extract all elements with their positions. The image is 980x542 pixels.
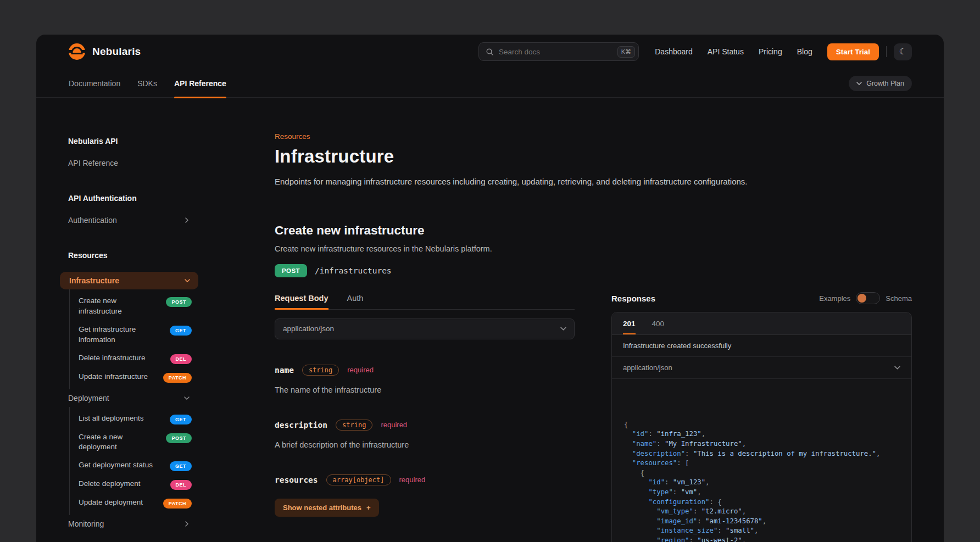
param-type-badge: string xyxy=(336,420,372,431)
request-tabs: Request Body Auth xyxy=(275,294,575,310)
tab-request-body[interactable]: Request Body xyxy=(275,294,328,309)
tab-api-reference[interactable]: API Reference xyxy=(174,69,226,98)
sidebar-item-infrastructure[interactable]: Infrastructure xyxy=(60,272,198,289)
method-badge: POST xyxy=(166,433,192,443)
nav-link[interactable]: Blog xyxy=(797,47,812,56)
page-title: Infrastructure xyxy=(275,146,912,167)
plan-selector[interactable]: Growth Plan xyxy=(849,76,912,91)
status-tab-400[interactable]: 400 xyxy=(652,312,665,334)
code-line: "id": "infra_123", xyxy=(624,429,899,439)
navbar-tabs-row: Documentation SDKs API Reference Growth … xyxy=(36,69,944,98)
sidebar-endpoint-row[interactable]: Get infrastructure information GET xyxy=(79,321,192,349)
show-nested-attributes-button[interactable]: Show nested attributes + xyxy=(275,499,379,517)
response-panel: 201 400 Infrastructure created successfu… xyxy=(611,312,912,542)
nebularis-logo-icon[interactable] xyxy=(69,43,85,60)
button-label: Show nested attributes xyxy=(283,504,361,512)
search-input[interactable] xyxy=(499,48,617,56)
start-trial-button[interactable]: Start Trial xyxy=(827,43,879,60)
method-badge: GET xyxy=(170,461,192,471)
sidebar-endpoint-row[interactable]: Delete deployment DEL xyxy=(79,475,192,494)
deployment-endpoints: List all deployments GET Create a new de… xyxy=(69,407,198,516)
dark-mode-toggle[interactable]: ☾ xyxy=(894,43,912,60)
param-required-badge: required xyxy=(399,476,426,484)
infrastructure-endpoints: Create new infrastructure POST Get infra… xyxy=(69,289,198,389)
plan-label: Growth Plan xyxy=(866,80,904,87)
tab-sdks[interactable]: SDKs xyxy=(137,69,157,98)
endpoint-label: Update deployment xyxy=(79,498,143,508)
responses-header: Responses Examples Schema xyxy=(611,292,912,304)
navbar-links: DashboardAPI StatusPricingBlog xyxy=(655,47,812,56)
code-line: "vm_type": "t2.micro", xyxy=(624,507,899,517)
param-name: name xyxy=(275,366,294,375)
endpoint-signature: POST /infrastructures xyxy=(275,264,912,277)
sidebar-endpoint-row[interactable]: Delete infrastructure DEL xyxy=(79,349,192,368)
endpoint-label: Get infrastructure information xyxy=(79,325,161,345)
endpoint-label: Create a new deployment xyxy=(79,432,161,453)
sidebar-endpoint-row[interactable]: Update deployment PATCH xyxy=(79,494,192,512)
tab-documentation[interactable]: Documentation xyxy=(69,69,120,98)
responses-title: Responses xyxy=(611,294,655,303)
code-line: "name": "My Infrastructure", xyxy=(624,439,899,449)
sidebar-item-monitoring[interactable]: Monitoring xyxy=(60,515,198,533)
param-name: resources xyxy=(275,476,318,484)
content-type-select[interactable]: application/json xyxy=(275,319,575,339)
operation-title: Create new infrastructure xyxy=(275,223,912,238)
method-badge: GET xyxy=(170,326,192,336)
code-line: "image_id": "ami-12345678", xyxy=(624,517,899,527)
sidebar-heading-api-authentication: API Authentication xyxy=(60,194,198,203)
sidebar-endpoint-row[interactable]: Get deployment status GET xyxy=(79,456,192,475)
sidebar-endpoint-row[interactable]: Create new infrastructure POST xyxy=(79,292,192,321)
nav-link[interactable]: Dashboard xyxy=(655,47,693,56)
sidebar-item-deployment[interactable]: Deployment xyxy=(60,389,198,407)
operation-description: Create new infrastructure resources in t… xyxy=(275,244,912,253)
code-line: { xyxy=(624,420,899,430)
nav-link[interactable]: API Status xyxy=(708,47,744,56)
examples-label: Examples xyxy=(819,294,850,303)
sidebar-item-label: Infrastructure xyxy=(69,276,119,285)
method-badge: DEL xyxy=(170,354,192,364)
endpoint-label: Create new infrastructure xyxy=(79,296,161,317)
chevron-right-icon xyxy=(185,521,188,527)
code-line: "resources": [ xyxy=(624,459,899,468)
nav-link[interactable]: Pricing xyxy=(759,47,782,56)
response-content-type-select[interactable]: application/json xyxy=(612,357,911,379)
sidebar-endpoint-row[interactable]: Create a new deployment POST xyxy=(79,428,192,457)
param-name: description xyxy=(275,421,327,429)
sidebar-item-authentication[interactable]: Authentication xyxy=(60,216,198,225)
moon-icon: ☾ xyxy=(899,47,906,57)
sidebar-endpoint-row[interactable]: Update infrastructure PATCH xyxy=(79,368,192,387)
navbar-divider xyxy=(886,46,887,57)
response-code-block: { "id": "infra_123", "name": "My Infrast… xyxy=(612,379,911,542)
chevron-down-icon xyxy=(894,366,900,370)
method-badge: POST xyxy=(275,264,307,277)
content-type-value: application/json xyxy=(283,325,334,333)
plus-icon: + xyxy=(366,504,371,512)
method-badge: PATCH xyxy=(163,499,192,509)
examples-schema-toggle[interactable] xyxy=(856,292,880,304)
sidebar-endpoint-row[interactable]: List all deployments GET xyxy=(79,410,192,428)
endpoint-path: /infrastructures xyxy=(315,266,392,275)
status-tab-201[interactable]: 201 xyxy=(623,312,636,334)
param-type-badge: string xyxy=(302,365,339,376)
code-line: "configuration": { xyxy=(624,498,899,507)
tab-auth[interactable]: Auth xyxy=(347,294,364,309)
param-type-badge: array[object] xyxy=(326,474,391,485)
sidebar-item-label: API Reference xyxy=(68,159,118,167)
sidebar-item-api-reference[interactable]: API Reference xyxy=(60,159,198,167)
method-badge: POST xyxy=(166,297,192,307)
search-box[interactable]: K⌘ xyxy=(478,42,639,61)
response-content-type-value: application/json xyxy=(623,364,672,372)
endpoint-label: Delete infrastructure xyxy=(79,353,146,364)
navbar-main-row: Nebularis K⌘ DashboardAPI StatusPricingB… xyxy=(36,35,944,69)
code-line: { xyxy=(624,468,899,478)
method-badge: PATCH xyxy=(163,373,192,383)
method-badge: GET xyxy=(170,415,192,424)
endpoint-label: Delete deployment xyxy=(79,479,141,489)
param-required-badge: required xyxy=(347,366,374,374)
chevron-right-icon xyxy=(185,217,188,223)
search-shortcut-badge: K⌘ xyxy=(617,46,635,58)
sidebar-item-label: Deployment xyxy=(68,394,109,403)
chevron-down-icon xyxy=(856,82,862,85)
app-window: Nebularis K⌘ DashboardAPI StatusPricingB… xyxy=(36,35,944,542)
toggle-knob xyxy=(858,294,866,303)
